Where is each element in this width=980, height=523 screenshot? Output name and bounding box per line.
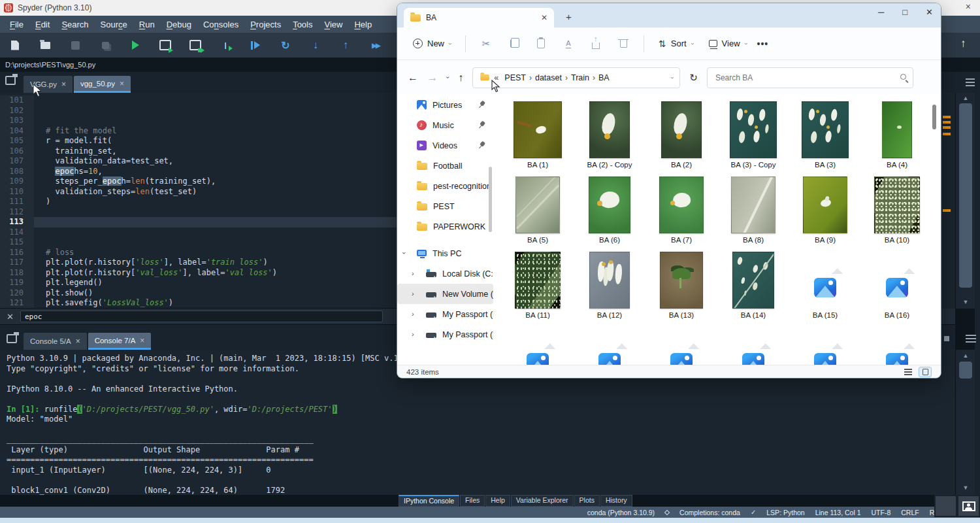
file-item[interactable] xyxy=(574,326,645,365)
sort-button[interactable]: ⇅ Sort › xyxy=(653,35,698,53)
file-item[interactable]: BA (12) xyxy=(574,250,645,321)
sidebar-item-my-passport-e-[interactable]: ›My Passport (E:) xyxy=(397,324,493,345)
close-icon[interactable]: × xyxy=(140,336,144,345)
share-button[interactable] xyxy=(585,34,607,54)
view-button[interactable]: View › xyxy=(704,35,752,52)
file-item[interactable] xyxy=(502,326,574,365)
console-scrollbar[interactable]: ▲ ▼ xyxy=(955,350,975,495)
sidebar-item-pest[interactable]: PEST xyxy=(397,196,493,216)
up-icon[interactable]: ↑ xyxy=(458,72,463,84)
back-icon[interactable]: ← xyxy=(408,72,418,84)
chevron-expander-icon[interactable]: › xyxy=(412,290,414,297)
close-icon[interactable]: × xyxy=(120,79,124,88)
menu-edit[interactable]: Edit xyxy=(29,18,56,31)
pause-button[interactable] xyxy=(936,496,956,516)
tab-console-7-a[interactable]: Console 7/A× xyxy=(88,333,152,350)
menu-run[interactable]: Run xyxy=(133,18,161,31)
sidebar-item-this-pc[interactable]: › This PC xyxy=(397,243,493,263)
address-bar[interactable]: « PEST›dataset›Train›BA › xyxy=(472,67,680,88)
cut-button[interactable]: ✂ xyxy=(475,34,497,54)
chevron-expander-icon[interactable]: › xyxy=(412,330,414,338)
step-out-icon[interactable] xyxy=(338,38,353,52)
file-item[interactable]: BA (5) xyxy=(502,175,574,246)
search-match-mark[interactable] xyxy=(943,116,951,118)
chevron-expander-icon[interactable]: › xyxy=(412,310,414,318)
browse-tabs-icon[interactable] xyxy=(5,76,16,85)
recent-locations-icon[interactable]: › xyxy=(444,76,451,78)
breadcrumb-pest[interactable]: PEST xyxy=(502,72,528,84)
chevron-expander-icon[interactable]: › xyxy=(400,252,408,254)
search-match-mark[interactable] xyxy=(943,209,951,212)
close-search-icon[interactable]: ✕ xyxy=(7,312,14,322)
sidebar-item-my-passport-e[interactable]: ›My Passport (E xyxy=(397,304,493,324)
pane-tab-plots[interactable]: Plots xyxy=(574,495,600,507)
pane-tab-variable-explorer[interactable]: Variable Explorer xyxy=(511,495,574,507)
file-item[interactable]: BA (7) xyxy=(645,175,717,246)
more-options-icon[interactable]: ••• xyxy=(757,39,769,49)
file-item[interactable] xyxy=(717,326,789,365)
run-cell-advance-icon[interactable] xyxy=(188,38,203,52)
menu-help[interactable]: Help xyxy=(348,18,378,31)
minimize-icon[interactable]: ─ xyxy=(878,7,884,17)
explorer-titlebar[interactable]: BA ✕ + ─ □ ✕ xyxy=(397,3,941,27)
file-item[interactable]: BA (8) xyxy=(717,175,789,246)
breadcrumb-ba[interactable]: BA xyxy=(596,72,612,84)
scroll-down-icon[interactable]: ▼ xyxy=(956,299,975,305)
sidebar-item-videos[interactable]: Videos xyxy=(397,135,493,156)
grid-scrollbar-thumb[interactable] xyxy=(932,105,936,129)
menu-tools[interactable]: Tools xyxy=(287,18,318,31)
tab-console-5-a[interactable]: Console 5/A× xyxy=(24,333,87,350)
menu-projects[interactable]: Projects xyxy=(244,18,287,31)
sidebar-item-new-volume-i[interactable]: ›New Volume (I xyxy=(397,284,493,304)
chevron-down-icon[interactable]: › xyxy=(669,76,676,78)
file-item[interactable] xyxy=(861,326,933,365)
file-item[interactable]: BA (2) - Copy xyxy=(574,100,645,171)
sidebar-item-paperwork[interactable]: PAPERWORK xyxy=(397,216,493,237)
console-stop-icon[interactable] xyxy=(944,336,949,341)
paste-button[interactable] xyxy=(530,34,552,54)
menu-search[interactable]: Search xyxy=(56,18,94,31)
file-item[interactable]: BA (1) xyxy=(502,100,574,171)
file-item[interactable]: BA (4) xyxy=(861,100,933,171)
webcam-button[interactable] xyxy=(958,496,979,516)
close-icon[interactable]: × xyxy=(61,80,66,89)
file-item[interactable]: BA (3) xyxy=(789,100,861,171)
tab-vgg-50-py[interactable]: vgg_50.py× xyxy=(74,76,131,93)
menu-source[interactable]: Source xyxy=(95,18,133,31)
run-icon[interactable] xyxy=(128,38,142,52)
pane-tab-files[interactable]: Files xyxy=(460,495,485,507)
breadcrumb-dataset[interactable]: dataset xyxy=(533,72,564,84)
forward-icon[interactable]: → xyxy=(427,72,438,84)
run-selection-icon[interactable] xyxy=(218,38,233,52)
rename-button[interactable]: A xyxy=(557,34,580,54)
new-tab-icon[interactable]: + xyxy=(566,11,572,22)
scroll-down-icon[interactable]: ▼ xyxy=(956,484,975,491)
details-view-icon[interactable] xyxy=(904,369,912,375)
search-match-mark[interactable] xyxy=(943,133,951,135)
sidebar-item-music[interactable]: Music xyxy=(397,115,493,135)
chevron-expander-icon[interactable]: › xyxy=(412,269,414,277)
maximize-pane-icon[interactable]: ↑ xyxy=(960,37,966,50)
new-button[interactable]: New › xyxy=(408,35,456,52)
new-file-icon[interactable] xyxy=(8,38,22,52)
explorer-tab[interactable]: BA ✕ xyxy=(404,8,554,27)
close-icon[interactable]: ✕ xyxy=(926,7,933,17)
sidebar-scrollbar-thumb[interactable] xyxy=(489,167,492,232)
editor-scrollbar[interactable]: ▲ ▼ xyxy=(955,93,975,309)
refresh-icon[interactable]: ↻ xyxy=(689,72,698,84)
file-item[interactable]: BA (3) - Copy xyxy=(717,100,789,171)
step-into-icon[interactable] xyxy=(308,38,323,52)
pane-tab-help[interactable]: Help xyxy=(485,495,510,507)
explorer-search-input[interactable] xyxy=(708,73,890,82)
copy-button[interactable] xyxy=(502,34,525,54)
file-item[interactable]: BA (9) xyxy=(789,175,861,246)
browse-tabs-icon[interactable] xyxy=(7,334,17,343)
file-item[interactable] xyxy=(789,326,861,365)
close-icon[interactable]: × xyxy=(76,337,80,346)
file-item[interactable]: BA (15) xyxy=(789,250,861,321)
sidebar-item-pictures[interactable]: Pictures xyxy=(397,95,493,115)
sidebar-item-football[interactable]: Football xyxy=(397,156,493,176)
file-item[interactable] xyxy=(645,326,717,365)
file-item[interactable]: BA (14) xyxy=(717,250,789,321)
search-input[interactable] xyxy=(20,311,383,322)
